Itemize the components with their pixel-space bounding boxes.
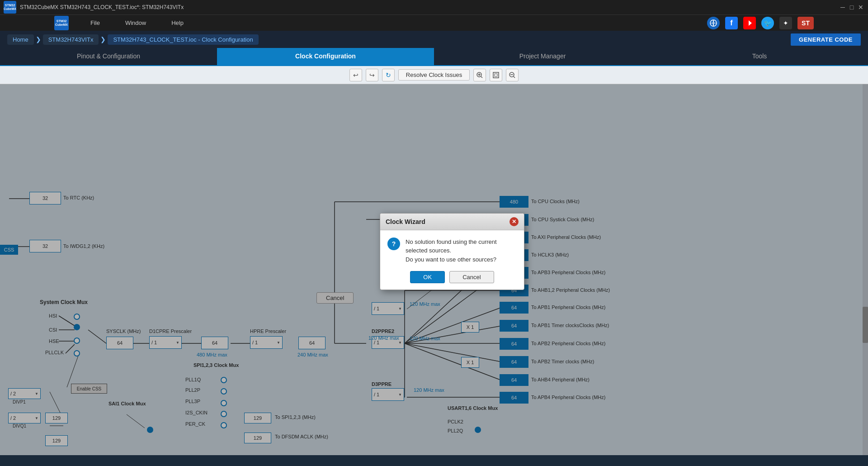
svg-marker-1 — [749, 20, 752, 26]
undo-button[interactable]: ↩ — [349, 69, 362, 81]
toolbar: ↩ ↪ ↻ Resolve Clock Issues — [0, 66, 868, 84]
icon-st[interactable]: ST — [797, 17, 814, 29]
modal-title: Clock Wizard — [386, 218, 425, 225]
zoom-in-button[interactable] — [473, 69, 486, 81]
zoom-out-button[interactable] — [506, 69, 519, 81]
refresh-button[interactable]: ↻ — [382, 69, 395, 81]
tab-clock[interactable]: Clock Configuration — [217, 48, 434, 65]
tab-bar: Pinout & Configuration Clock Configurati… — [0, 48, 868, 66]
tab-tools[interactable]: Tools — [651, 48, 868, 65]
menu-bar: STM32CubeMX File Window Help f 🐦 ✦ ST — [0, 14, 868, 31]
breadcrumb-bar: Home ❯ STM32H743VITx ❯ STM32H743_CLOCK_T… — [0, 31, 868, 48]
breadcrumb-file[interactable]: STM32H743_CLOCK_TEST.ioc - Clock Configu… — [108, 34, 258, 45]
menu-file[interactable]: File — [87, 18, 104, 28]
close-button[interactable]: ✕ — [857, 4, 864, 11]
redo-button[interactable]: ↪ — [366, 69, 378, 81]
window-controls[interactable]: ─ □ ✕ — [839, 4, 864, 11]
menu-bar-icons: f 🐦 ✦ ST — [707, 17, 814, 29]
menu-window[interactable]: Window — [122, 18, 150, 28]
window-title: STM32CubeMX STM32H743_CLOCK_TEST.ioc*: S… — [20, 4, 184, 10]
icon-facebook[interactable]: f — [725, 17, 738, 29]
modal-message: No solution found using the current sele… — [406, 238, 517, 264]
clock-wizard-modal: Clock Wizard ✕ ? No solution found using… — [380, 213, 524, 290]
resolve-clock-button[interactable]: Resolve Clock Issues — [398, 69, 470, 81]
generate-code-button[interactable]: GENERATE CODE — [791, 33, 861, 46]
modal-header: Clock Wizard ✕ — [380, 214, 524, 230]
modal-cancel-button[interactable]: Cancel — [449, 271, 494, 283]
svg-rect-6 — [493, 72, 499, 78]
modal-question-icon: ? — [387, 238, 400, 250]
tab-pinout[interactable]: Pinout & Configuration — [0, 48, 217, 65]
icon-twitter[interactable]: 🐦 — [761, 17, 774, 29]
svg-line-9 — [514, 76, 515, 78]
minimize-button[interactable]: ─ — [839, 4, 846, 11]
breadcrumb-sep-2: ❯ — [100, 36, 106, 43]
modal-body: ? No solution found using the current se… — [380, 230, 524, 268]
menu-logo: STM32CubeMX — [54, 16, 69, 30]
modal-overlay: Clock Wizard ✕ ? No solution found using… — [0, 84, 868, 455]
svg-line-3 — [481, 76, 482, 78]
svg-rect-7 — [495, 74, 497, 76]
main-canvas: 32 To RTC (KHz) 32 To IWDG1,2 (KHz) CSS … — [0, 84, 868, 455]
tab-project[interactable]: Project Manager — [434, 48, 651, 65]
modal-ok-button[interactable]: OK — [410, 271, 445, 283]
icon-star[interactable]: ✦ — [779, 17, 792, 29]
maximize-button[interactable]: □ — [848, 4, 855, 11]
breadcrumb-home[interactable]: Home — [7, 34, 34, 45]
breadcrumb-device[interactable]: STM32H743VITx — [43, 34, 99, 45]
menu-help[interactable]: Help — [168, 18, 187, 28]
icon-globe[interactable] — [707, 17, 720, 29]
modal-close-button[interactable]: ✕ — [509, 217, 519, 226]
breadcrumb-sep-1: ❯ — [36, 36, 41, 43]
title-bar: STM32CubeMX STM32CubeMX STM32H743_CLOCK_… — [0, 0, 868, 14]
app-logo: STM32CubeMX — [4, 1, 16, 14]
modal-footer: OK Cancel — [380, 267, 524, 290]
fit-button[interactable] — [490, 69, 502, 81]
icon-youtube[interactable] — [743, 17, 756, 29]
